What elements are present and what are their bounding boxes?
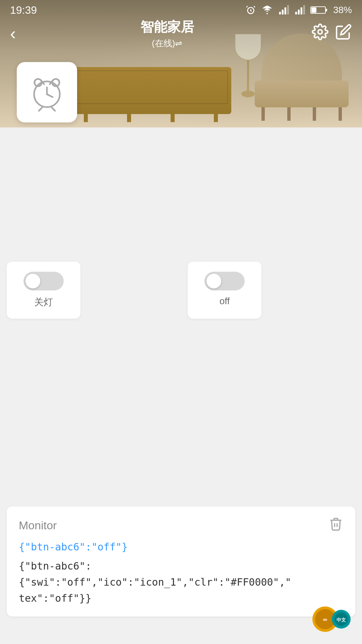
page-title: 智能家居 bbox=[22, 18, 312, 36]
svg-line-24 bbox=[52, 108, 55, 111]
monitor-panel: Monitor {"btn-abc6":"off"} {"btn-abc6":{… bbox=[7, 506, 355, 616]
svg-line-18 bbox=[47, 94, 53, 97]
off-toggle-switch[interactable] bbox=[204, 272, 245, 290]
svg-point-15 bbox=[318, 30, 322, 34]
trash-icon bbox=[328, 517, 343, 531]
toggle-cards-row: 关灯 off bbox=[7, 262, 355, 319]
svg-text:中文: 中文 bbox=[337, 617, 346, 623]
gear-icon bbox=[312, 23, 328, 40]
arduino-logo-svg: ∞ 中文 bbox=[312, 606, 352, 633]
monitor-delete-button[interactable] bbox=[328, 517, 343, 534]
monitor-header: Monitor bbox=[19, 517, 343, 534]
arduino-logo: ∞ 中文 bbox=[312, 606, 352, 634]
header-title-area: 智能家居 (在线)⇌ bbox=[22, 18, 312, 49]
off-toggle-label: off bbox=[220, 296, 230, 307]
svg-line-23 bbox=[39, 108, 42, 111]
svg-text:∞: ∞ bbox=[323, 616, 327, 623]
edit-icon bbox=[335, 23, 352, 40]
alarm-icon-card bbox=[17, 62, 77, 122]
light-toggle-label: 关灯 bbox=[34, 296, 53, 309]
edit-button[interactable] bbox=[335, 23, 352, 44]
back-button[interactable]: ‹ bbox=[10, 20, 22, 47]
alarm-clock-icon bbox=[27, 72, 67, 112]
settings-button[interactable] bbox=[312, 23, 328, 44]
header-controls: ‹ 智能家居 (在线)⇌ bbox=[0, 0, 362, 47]
toggle-card-light: 关灯 bbox=[7, 262, 80, 319]
page-subtitle: (在线)⇌ bbox=[22, 38, 312, 49]
light-toggle-switch[interactable] bbox=[23, 272, 64, 290]
monitor-log-normal: {"btn-abc6":{"swi":"off","ico":"icon_1",… bbox=[19, 558, 343, 606]
header-action-buttons bbox=[312, 23, 352, 44]
monitor-title: Monitor bbox=[19, 519, 57, 532]
main-content: 关灯 off Monitor {"btn-abc6":"off"} {"btn-… bbox=[0, 127, 362, 644]
toggle-card-off: off bbox=[188, 262, 261, 319]
monitor-log-highlighted: {"btn-abc6":"off"} bbox=[19, 541, 343, 553]
